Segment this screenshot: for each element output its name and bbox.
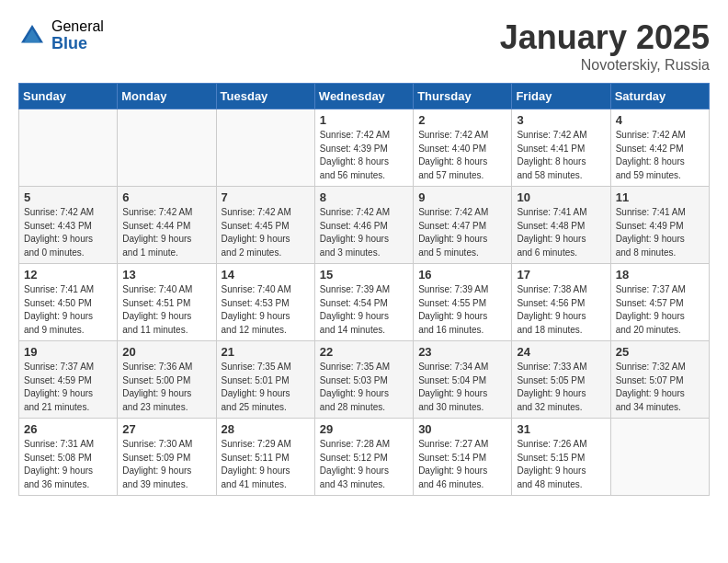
calendar-cell: 13Sunrise: 7:40 AM Sunset: 4:51 PM Dayli… (118, 264, 216, 341)
calendar-cell: 6Sunrise: 7:42 AM Sunset: 4:44 PM Daylig… (118, 187, 216, 264)
weekday-header: Tuesday (216, 84, 314, 109)
day-info: Sunrise: 7:40 AM Sunset: 4:53 PM Dayligh… (222, 283, 310, 337)
calendar-cell: 24Sunrise: 7:33 AM Sunset: 5:05 PM Dayli… (512, 341, 610, 419)
weekday-header-row: SundayMondayTuesdayWednesdayThursdayFrid… (19, 84, 710, 109)
title-block: January 2025 Novoterskiy, Russia (500, 18, 710, 74)
calendar-cell: 14Sunrise: 7:40 AM Sunset: 4:53 PM Dayli… (216, 264, 314, 341)
calendar-cell: 12Sunrise: 7:41 AM Sunset: 4:50 PM Dayli… (19, 264, 118, 341)
day-info: Sunrise: 7:42 AM Sunset: 4:45 PM Dayligh… (222, 206, 310, 259)
weekday-header: Wednesday (314, 84, 413, 109)
day-number: 24 (517, 345, 605, 359)
day-number: 13 (122, 268, 210, 282)
day-number: 22 (320, 345, 408, 359)
day-info: Sunrise: 7:37 AM Sunset: 4:59 PM Dayligh… (24, 361, 112, 414)
day-number: 27 (122, 422, 210, 436)
calendar-cell: 11Sunrise: 7:41 AM Sunset: 4:49 PM Dayli… (610, 187, 709, 264)
day-info: Sunrise: 7:42 AM Sunset: 4:39 PM Dayligh… (320, 129, 408, 182)
calendar-cell: 23Sunrise: 7:34 AM Sunset: 5:04 PM Dayli… (414, 341, 512, 419)
day-number: 19 (24, 345, 112, 359)
page-header: General Blue January 2025 Novoterskiy, R… (18, 18, 710, 74)
weekday-header: Thursday (414, 84, 512, 109)
day-info: Sunrise: 7:33 AM Sunset: 5:05 PM Dayligh… (517, 361, 605, 414)
day-info: Sunrise: 7:41 AM Sunset: 4:48 PM Dayligh… (517, 206, 605, 259)
calendar-cell: 18Sunrise: 7:37 AM Sunset: 4:57 PM Dayli… (610, 264, 709, 341)
calendar-cell: 8Sunrise: 7:42 AM Sunset: 4:46 PM Daylig… (314, 187, 413, 264)
day-info: Sunrise: 7:38 AM Sunset: 4:56 PM Dayligh… (517, 283, 605, 337)
day-info: Sunrise: 7:42 AM Sunset: 4:43 PM Dayligh… (24, 206, 112, 259)
calendar-cell: 21Sunrise: 7:35 AM Sunset: 5:01 PM Dayli… (216, 341, 314, 419)
day-info: Sunrise: 7:36 AM Sunset: 5:00 PM Dayligh… (122, 361, 210, 414)
day-info: Sunrise: 7:42 AM Sunset: 4:41 PM Dayligh… (517, 129, 605, 182)
day-number: 25 (616, 345, 704, 359)
weekday-header: Saturday (610, 84, 709, 109)
day-number: 4 (616, 113, 704, 127)
day-number: 2 (418, 113, 506, 127)
day-number: 7 (222, 190, 310, 204)
day-info: Sunrise: 7:27 AM Sunset: 5:14 PM Dayligh… (418, 438, 506, 491)
calendar-cell (216, 109, 314, 187)
day-number: 20 (122, 345, 210, 359)
day-info: Sunrise: 7:42 AM Sunset: 4:42 PM Dayligh… (616, 129, 704, 182)
day-number: 11 (616, 190, 704, 204)
day-number: 29 (320, 422, 408, 436)
calendar-cell: 3Sunrise: 7:42 AM Sunset: 4:41 PM Daylig… (512, 109, 610, 187)
day-number: 1 (320, 113, 408, 127)
day-number: 18 (616, 268, 704, 282)
day-info: Sunrise: 7:41 AM Sunset: 4:50 PM Dayligh… (24, 283, 112, 337)
day-number: 21 (222, 345, 310, 359)
day-number: 3 (517, 113, 605, 127)
calendar-cell: 15Sunrise: 7:39 AM Sunset: 4:54 PM Dayli… (314, 264, 413, 341)
calendar-week-row: 1Sunrise: 7:42 AM Sunset: 4:39 PM Daylig… (19, 109, 710, 187)
day-number: 10 (517, 190, 605, 204)
day-info: Sunrise: 7:31 AM Sunset: 5:08 PM Dayligh… (24, 438, 112, 491)
day-number: 5 (24, 190, 112, 204)
day-info: Sunrise: 7:28 AM Sunset: 5:12 PM Dayligh… (320, 438, 408, 491)
calendar-cell: 10Sunrise: 7:41 AM Sunset: 4:48 PM Dayli… (512, 187, 610, 264)
calendar-cell: 29Sunrise: 7:28 AM Sunset: 5:12 PM Dayli… (314, 419, 413, 496)
calendar-cell: 5Sunrise: 7:42 AM Sunset: 4:43 PM Daylig… (19, 187, 118, 264)
calendar-cell: 31Sunrise: 7:26 AM Sunset: 5:15 PM Dayli… (512, 419, 610, 496)
day-number: 14 (222, 268, 310, 282)
day-info: Sunrise: 7:35 AM Sunset: 5:03 PM Dayligh… (320, 361, 408, 414)
day-info: Sunrise: 7:35 AM Sunset: 5:01 PM Dayligh… (222, 361, 310, 414)
day-number: 28 (222, 422, 310, 436)
day-info: Sunrise: 7:42 AM Sunset: 4:46 PM Dayligh… (320, 206, 408, 259)
day-number: 15 (320, 268, 408, 282)
calendar-cell: 4Sunrise: 7:42 AM Sunset: 4:42 PM Daylig… (610, 109, 709, 187)
calendar-cell: 28Sunrise: 7:29 AM Sunset: 5:11 PM Dayli… (216, 419, 314, 496)
calendar-cell: 19Sunrise: 7:37 AM Sunset: 4:59 PM Dayli… (19, 341, 118, 419)
day-info: Sunrise: 7:39 AM Sunset: 4:54 PM Dayligh… (320, 283, 408, 337)
day-info: Sunrise: 7:42 AM Sunset: 4:44 PM Dayligh… (122, 206, 210, 259)
calendar-cell: 22Sunrise: 7:35 AM Sunset: 5:03 PM Dayli… (314, 341, 413, 419)
logo-text: General Blue (51, 18, 104, 52)
day-info: Sunrise: 7:40 AM Sunset: 4:51 PM Dayligh… (122, 283, 210, 337)
day-info: Sunrise: 7:37 AM Sunset: 4:57 PM Dayligh… (616, 283, 704, 337)
day-info: Sunrise: 7:26 AM Sunset: 5:15 PM Dayligh… (517, 438, 605, 491)
day-info: Sunrise: 7:30 AM Sunset: 5:09 PM Dayligh… (122, 438, 210, 491)
day-info: Sunrise: 7:29 AM Sunset: 5:11 PM Dayligh… (222, 438, 310, 491)
calendar-cell (19, 109, 118, 187)
day-number: 16 (418, 268, 506, 282)
calendar-cell: 1Sunrise: 7:42 AM Sunset: 4:39 PM Daylig… (314, 109, 413, 187)
calendar-week-row: 5Sunrise: 7:42 AM Sunset: 4:43 PM Daylig… (19, 187, 710, 264)
day-info: Sunrise: 7:42 AM Sunset: 4:47 PM Dayligh… (418, 206, 506, 259)
calendar-location: Novoterskiy, Russia (500, 57, 710, 74)
calendar-cell: 30Sunrise: 7:27 AM Sunset: 5:14 PM Dayli… (414, 419, 512, 496)
weekday-header: Monday (118, 84, 216, 109)
day-number: 17 (517, 268, 605, 282)
day-info: Sunrise: 7:32 AM Sunset: 5:07 PM Dayligh… (616, 361, 704, 414)
calendar-table: SundayMondayTuesdayWednesdayThursdayFrid… (18, 83, 710, 496)
calendar-cell (610, 419, 709, 496)
weekday-header: Sunday (19, 84, 118, 109)
day-number: 12 (24, 268, 112, 282)
calendar-week-row: 12Sunrise: 7:41 AM Sunset: 4:50 PM Dayli… (19, 264, 710, 341)
logo-general: General (51, 18, 104, 35)
day-number: 26 (24, 422, 112, 436)
day-info: Sunrise: 7:39 AM Sunset: 4:55 PM Dayligh… (418, 283, 506, 337)
day-number: 30 (418, 422, 506, 436)
day-number: 6 (122, 190, 210, 204)
day-info: Sunrise: 7:41 AM Sunset: 4:49 PM Dayligh… (616, 206, 704, 259)
calendar-cell (118, 109, 216, 187)
calendar-cell: 17Sunrise: 7:38 AM Sunset: 4:56 PM Dayli… (512, 264, 610, 341)
logo: General Blue (18, 18, 104, 52)
